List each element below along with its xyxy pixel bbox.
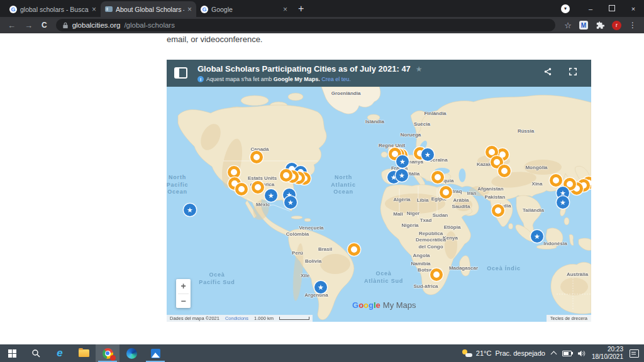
map-label: Colòmbia xyxy=(286,231,309,238)
map-marker-star[interactable]: ★ xyxy=(396,169,408,182)
map-header: Global Scholars Participating Cities as … xyxy=(167,60,591,87)
map-marker-orange[interactable] xyxy=(250,151,263,163)
map-scale-bar xyxy=(279,317,309,320)
map-marker-star[interactable]: ★ xyxy=(184,204,196,216)
map-marker-star[interactable]: ★ xyxy=(421,148,434,161)
restore-button[interactable] xyxy=(601,5,623,13)
map-label: Groenlàndia xyxy=(331,90,361,97)
reload-button[interactable]: C xyxy=(42,21,47,30)
keyboard-shortcuts-button[interactable]: Tecles de drecera xyxy=(547,315,591,322)
share-icon[interactable] xyxy=(543,67,552,76)
map-label: Finlàndia xyxy=(424,111,446,117)
url-path: /global-scholars xyxy=(124,21,175,29)
map-marker-orange[interactable] xyxy=(348,243,360,256)
taskbar-search-button[interactable] xyxy=(24,344,48,362)
profile-avatar[interactable]: r xyxy=(612,21,621,30)
back-button[interactable]: ← xyxy=(8,21,16,30)
map-marker-orange[interactable] xyxy=(431,171,444,184)
map-marker-star[interactable]: ★ xyxy=(265,189,277,202)
map-label: Iran xyxy=(467,190,477,197)
taskbar-chrome[interactable] xyxy=(96,344,119,362)
tab-close-icon[interactable]: × xyxy=(187,6,192,13)
map-label: Sud-àfrica xyxy=(413,283,438,290)
taskbar-photos[interactable] xyxy=(143,344,167,362)
map-label: Etiòpia xyxy=(444,224,461,231)
restore-icon xyxy=(609,5,615,11)
map-favorite-star-icon[interactable]: ★ xyxy=(416,65,423,74)
close-button[interactable]: × xyxy=(623,5,644,13)
taskbar-internet-explorer[interactable]: e xyxy=(48,344,72,362)
taskbar-clock[interactable]: 20:23 18/10/2021 xyxy=(592,346,623,361)
map-marker-orange[interactable] xyxy=(440,186,452,199)
map-marker-orange[interactable] xyxy=(550,174,562,187)
show-hidden-icons-chevron[interactable] xyxy=(550,351,557,358)
volume-icon[interactable] xyxy=(578,350,586,357)
map-marker-star[interactable]: ★ xyxy=(531,230,543,243)
google-favicon: G xyxy=(201,6,208,13)
chrome-profile-badge xyxy=(110,355,116,361)
map-scale-label: 1.000 km xyxy=(254,315,274,321)
map-marker-star[interactable]: ★ xyxy=(284,196,297,209)
edge-icon xyxy=(126,348,137,359)
toolbar-icons: ☆ M r ⋮ xyxy=(564,21,636,30)
fullscreen-icon[interactable] xyxy=(569,67,577,76)
tab-about-global-scholars[interactable]: About Global Scholars — Global × xyxy=(101,1,196,17)
tab-strip: G global scholars - Buscar con Goo × Abo… xyxy=(5,0,304,17)
tab-close-icon[interactable]: × xyxy=(92,6,96,13)
map-canvas[interactable]: GroenlàndiaIslàndiaFinlàndiaSuèciaNorueg… xyxy=(167,87,591,322)
map-marker-orange[interactable] xyxy=(498,165,511,177)
extension-m-icon[interactable]: M xyxy=(579,21,588,30)
tab-google-search[interactable]: G global scholars - Buscar con Goo × xyxy=(5,1,101,17)
browser-menu-icon[interactable]: ⋮ xyxy=(629,21,636,30)
map-label: Argentina xyxy=(304,292,328,299)
extensions-puzzle-icon[interactable] xyxy=(596,21,604,30)
tab-title: global scholars - Buscar con Goo xyxy=(20,6,89,13)
weather-desc: Prac. despejado xyxy=(495,349,545,357)
create-your-own-link[interactable]: Crea el teu. xyxy=(321,76,351,82)
taskbar-edge[interactable] xyxy=(119,344,143,362)
map-title: Global Scholars Participating Cities as … xyxy=(197,64,411,74)
address-bar[interactable]: globalcities.org/global-scholars xyxy=(56,19,556,31)
mymaps-label: My Maps xyxy=(383,300,416,310)
bookmark-star-icon[interactable]: ☆ xyxy=(564,21,572,30)
action-center-icon[interactable] xyxy=(630,349,639,358)
map-label: Níger xyxy=(407,211,419,217)
taskbar-file-explorer[interactable] xyxy=(72,344,96,362)
map-label: Xina xyxy=(532,181,543,187)
tab-google[interactable]: G Google × xyxy=(196,1,292,17)
map-panel-toggle-icon[interactable] xyxy=(174,67,187,79)
map-marker-orange[interactable] xyxy=(228,166,240,178)
window-controls: ▾ – × xyxy=(561,0,644,17)
tab-close-icon[interactable]: × xyxy=(283,6,287,13)
map-label: Sudan xyxy=(433,212,448,219)
mymaps-embed: Global Scholars Participating Cities as … xyxy=(167,60,591,322)
new-tab-button[interactable]: + xyxy=(298,0,304,17)
map-label: Oceà Atlàntic Sud xyxy=(364,270,403,285)
map-zoom-control: + − xyxy=(176,279,191,308)
chrome-icon xyxy=(103,348,113,359)
map-marker-orange[interactable] xyxy=(280,169,292,182)
minimize-button[interactable]: – xyxy=(580,5,601,13)
map-label: Namíbia xyxy=(411,261,430,267)
map-marker-orange[interactable] xyxy=(492,204,504,217)
map-marker-orange[interactable] xyxy=(252,181,264,194)
page-intro-text: email, or videoconference. xyxy=(167,35,262,44)
media-control-button[interactable]: ▾ xyxy=(561,4,570,13)
map-marker-star[interactable]: ★ xyxy=(557,196,569,209)
map-label: North Atlantic Ocean xyxy=(331,174,355,196)
map-label: Veneçuela xyxy=(299,225,323,231)
zoom-out-button[interactable]: − xyxy=(176,294,191,309)
start-button[interactable] xyxy=(0,344,24,362)
map-marker-star[interactable]: ★ xyxy=(314,281,327,293)
taskbar-weather[interactable]: 21°C Prac. despejado xyxy=(462,349,545,357)
map-label: Afganistan xyxy=(477,186,503,192)
map-marker-orange[interactable] xyxy=(430,268,443,281)
map-marker-orange[interactable] xyxy=(235,183,248,195)
map-marker-star[interactable]: ★ xyxy=(396,155,409,168)
battery-icon[interactable] xyxy=(562,351,572,356)
map-header-text: Global Scholars Participating Cities as … xyxy=(197,63,423,82)
zoom-in-button[interactable]: + xyxy=(176,279,191,293)
map-terms-link[interactable]: Condicions xyxy=(225,315,248,321)
forward-button[interactable]: → xyxy=(25,21,33,30)
map-label: Algèria xyxy=(393,197,410,203)
